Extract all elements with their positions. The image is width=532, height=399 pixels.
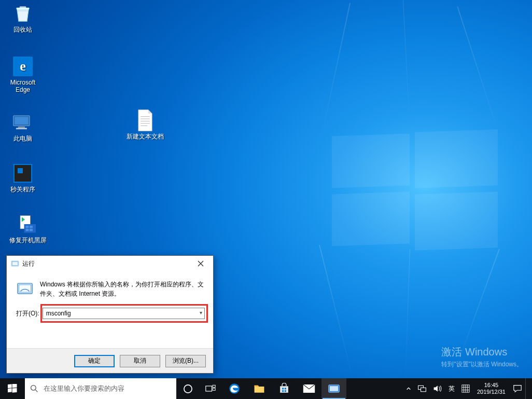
desktop-icon-label: 回收站 <box>3 26 43 33</box>
taskbar-app-explorer[interactable] <box>247 378 272 399</box>
svg-rect-11 <box>30 229 33 231</box>
wallpaper-ray <box>457 6 499 132</box>
tray-ime-lang[interactable]: 英 <box>445 378 458 399</box>
taskbar-app-store[interactable] <box>272 378 297 399</box>
svg-rect-10 <box>26 229 29 231</box>
run-combobox[interactable]: msconfig ▾ <box>43 308 205 319</box>
taskbar-app-edge[interactable] <box>222 378 247 399</box>
wallpaper-ray <box>319 245 354 381</box>
tray-clock[interactable]: 16:45 2019/12/31 <box>473 378 510 399</box>
run-titlebar[interactable]: 运行 <box>7 256 213 271</box>
wallpaper-ray <box>403 0 410 130</box>
svg-rect-36 <box>282 390 284 392</box>
file-explorer-icon <box>254 383 265 394</box>
svg-point-29 <box>184 384 191 392</box>
desktop-icon-edge[interactable]: e Microsoft Edge <box>3 56 43 93</box>
desktop-icon-fix-blackscreen[interactable]: 修复开机黑屏 <box>3 214 53 244</box>
wallpaper-pane <box>415 191 498 251</box>
taskbar-app-run[interactable] <box>321 378 346 399</box>
svg-rect-25 <box>8 388 12 392</box>
taskbar-search[interactable]: 在这里输入你要搜索的内容 <box>25 378 176 399</box>
run-dialog-icon <box>11 259 19 268</box>
tray-overflow-button[interactable] <box>403 378 414 399</box>
svg-rect-34 <box>282 388 284 389</box>
tray-network-button[interactable] <box>414 378 430 399</box>
this-pc-icon <box>11 112 34 133</box>
ok-button[interactable]: 确定 <box>74 355 115 367</box>
watermark-subtitle: 转到"设置"以激活 Windows。 <box>441 360 523 369</box>
shutdown-app-icon <box>11 163 34 184</box>
taskbar: 在这里输入你要搜索的内容 <box>0 378 532 399</box>
wallpaper-ray <box>321 3 351 135</box>
desktop-icon-shutdown-app[interactable]: 秒关程序 <box>3 163 43 193</box>
task-view-icon <box>205 384 216 393</box>
windows-logo-icon <box>8 384 17 393</box>
svg-rect-5 <box>16 128 27 130</box>
tray-ime-keyboard[interactable] <box>458 378 473 399</box>
task-view-button[interactable] <box>199 378 222 399</box>
close-icon <box>198 260 204 267</box>
svg-rect-4 <box>18 127 25 128</box>
svg-rect-31 <box>213 385 215 387</box>
system-tray: 英 16:45 2019/12/31 <box>403 378 532 399</box>
start-button[interactable] <box>0 378 25 399</box>
action-center-icon <box>513 384 522 393</box>
run-dialog-big-icon <box>16 280 34 297</box>
network-icon <box>417 384 427 393</box>
wallpaper-pane <box>332 133 410 188</box>
fix-blackscreen-icon <box>17 214 39 235</box>
svg-rect-3 <box>15 117 28 125</box>
svg-rect-32 <box>213 388 215 390</box>
svg-rect-23 <box>8 384 12 388</box>
svg-rect-8 <box>26 226 29 228</box>
wallpaper-ray <box>405 249 410 384</box>
show-desktop-button[interactable] <box>525 378 532 399</box>
run-app-icon <box>328 383 340 394</box>
desktop-icon-text-doc[interactable]: 新建文本文档 <box>120 110 170 140</box>
svg-rect-18 <box>12 262 18 266</box>
edge-icon <box>228 382 241 395</box>
run-message: Windows 将根据你所输入的名称，为你打开相应的程序、文件夹、文档或 Int… <box>40 280 205 298</box>
chevron-down-icon: ▾ <box>200 310 202 315</box>
svg-line-28 <box>35 390 37 392</box>
mail-icon <box>303 384 315 393</box>
desktop-icon-label: 新建文本文档 <box>120 133 170 140</box>
svg-rect-40 <box>330 386 338 391</box>
run-button-row: 确定 取消 浏览(B)... <box>7 348 213 373</box>
cortana-button[interactable] <box>176 378 199 399</box>
desktop-icon-label: 修复开机黑屏 <box>3 237 53 244</box>
activation-watermark: 激活 Windows 转到"设置"以激活 Windows。 <box>441 345 523 369</box>
search-placeholder: 在这里输入你要搜索的内容 <box>44 384 124 393</box>
recycle-bin-icon <box>11 3 34 24</box>
keyboard-icon <box>461 384 470 393</box>
taskbar-app-mail[interactable] <box>297 378 321 399</box>
run-input-value: msconfig <box>46 310 71 317</box>
run-dialog: 运行 Windows 将根据你所输入的名称，为你打开相应的程序、文件夹、文档或 … <box>6 255 214 374</box>
tray-action-center-button[interactable] <box>510 378 525 399</box>
tray-volume-button[interactable] <box>430 378 445 399</box>
desktop-icon-this-pc[interactable]: 此电脑 <box>3 112 43 142</box>
desktop-icon-recycle-bin[interactable]: 回收站 <box>3 3 43 33</box>
svg-rect-1 <box>17 8 30 9</box>
cortana-icon <box>183 384 193 394</box>
svg-rect-24 <box>12 384 17 388</box>
wallpaper-pane <box>415 129 498 188</box>
close-button[interactable] <box>189 256 212 271</box>
watermark-title: 激活 Windows <box>441 345 523 359</box>
edge-icon: e <box>11 56 34 77</box>
desktop-icon-label: 此电脑 <box>3 135 43 142</box>
browse-button[interactable]: 浏览(B)... <box>165 355 206 367</box>
svg-rect-9 <box>30 226 33 228</box>
svg-rect-30 <box>206 386 212 391</box>
desktop[interactable]: 回收站 e Microsoft Edge 此电脑 秒关程序 修复开机黑屏 新建文… <box>0 0 532 399</box>
tray-time: 16:45 <box>484 382 499 389</box>
wallpaper-pane <box>332 191 410 246</box>
chevron-up-icon <box>406 386 411 391</box>
svg-rect-42 <box>421 388 426 391</box>
tray-date: 2019/12/31 <box>477 389 506 395</box>
volume-icon <box>433 384 442 393</box>
cancel-button[interactable]: 取消 <box>120 355 160 367</box>
svg-rect-35 <box>285 388 286 389</box>
text-document-icon <box>134 110 157 131</box>
svg-rect-37 <box>285 390 286 392</box>
